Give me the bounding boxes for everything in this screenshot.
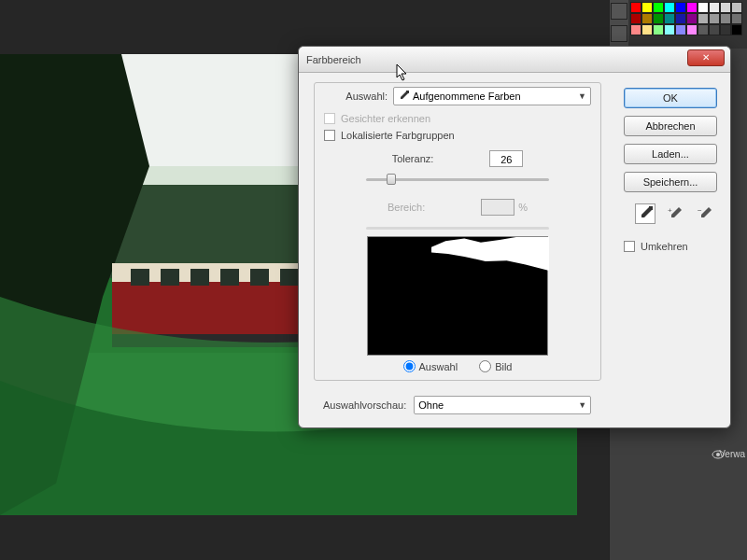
color-swatch[interactable] xyxy=(720,2,731,13)
svg-rect-21 xyxy=(406,91,409,93)
color-swatches[interactable] xyxy=(628,0,747,49)
color-swatch[interactable] xyxy=(641,13,653,24)
range-label: Bereich: xyxy=(388,202,425,213)
main-options-group: Auswahl: Aufgenommene Farben ▼ Gesichter… xyxy=(314,82,601,381)
eyedropper-tool[interactable] xyxy=(635,203,655,224)
selection-preview[interactable] xyxy=(367,236,548,356)
ok-button[interactable]: OK xyxy=(624,88,717,108)
color-swatch[interactable] xyxy=(641,24,653,35)
localized-groups-checkbox[interactable] xyxy=(324,130,335,141)
radio-selection[interactable]: Auswahl xyxy=(403,360,458,372)
range-slider xyxy=(366,221,549,234)
color-swatch[interactable] xyxy=(664,13,675,24)
color-range-dialog: Farbbereich Auswahl: Aufgenommene Farben… xyxy=(298,46,731,428)
eyedropper-subtract-tool[interactable]: − xyxy=(695,203,715,224)
color-swatch[interactable] xyxy=(698,2,709,13)
color-swatch[interactable] xyxy=(698,13,709,24)
range-input xyxy=(481,199,514,216)
color-swatch[interactable] xyxy=(698,24,709,35)
dialog-buttons: OK Abbrechen Laden... Speichern... + − U… xyxy=(624,88,717,252)
color-swatch[interactable] xyxy=(675,13,686,24)
eyedropper-icon xyxy=(398,91,409,102)
color-swatch[interactable] xyxy=(709,24,720,35)
selection-value: Aufgenommene Farben xyxy=(413,91,521,102)
preview-mode-dropdown[interactable]: Ohne ▼ xyxy=(414,396,591,414)
chevron-down-icon: ▼ xyxy=(578,400,586,410)
invert-label: Umkehren xyxy=(641,241,688,252)
svg-text:−: − xyxy=(698,206,702,215)
svg-rect-9 xyxy=(161,269,179,286)
detect-faces-checkbox xyxy=(324,113,335,124)
localized-groups-label: Lokalisierte Farbgruppen xyxy=(341,130,455,141)
color-swatch[interactable] xyxy=(653,2,664,13)
swatches-panel-icon[interactable] xyxy=(611,3,627,20)
svg-text:+: + xyxy=(668,206,672,215)
color-swatch[interactable] xyxy=(675,2,686,13)
chevron-down-icon: ▼ xyxy=(578,91,586,101)
preview-mode-value: Ohne xyxy=(418,399,444,411)
svg-rect-12 xyxy=(250,269,269,286)
color-swatch[interactable] xyxy=(653,24,664,35)
color-swatch[interactable] xyxy=(720,13,731,24)
color-swatch[interactable] xyxy=(709,2,720,13)
svg-rect-13 xyxy=(280,269,299,286)
svg-rect-11 xyxy=(220,269,239,286)
svg-rect-8 xyxy=(131,269,149,286)
eyedropper-add-tool[interactable]: + xyxy=(665,203,685,224)
styles-panel-icon[interactable] xyxy=(611,25,627,42)
tolerance-slider[interactable] xyxy=(366,173,549,186)
cancel-button[interactable]: Abbrechen xyxy=(624,116,717,136)
color-swatch[interactable] xyxy=(686,2,698,13)
layer-panel-hint: Verwa xyxy=(719,449,745,459)
color-swatch[interactable] xyxy=(675,24,686,35)
preview-mode-label: Auswahlvorschau: xyxy=(323,399,406,411)
color-swatch[interactable] xyxy=(664,2,675,13)
save-button[interactable]: Speichern... xyxy=(624,172,717,192)
color-swatch[interactable] xyxy=(731,13,742,24)
color-swatch[interactable] xyxy=(664,24,675,35)
svg-rect-10 xyxy=(190,269,209,286)
tolerance-input[interactable]: 26 xyxy=(489,150,523,167)
color-swatch[interactable] xyxy=(686,13,698,24)
svg-rect-22 xyxy=(649,206,653,210)
dialog-titlebar[interactable]: Farbbereich xyxy=(299,47,730,73)
color-swatch[interactable] xyxy=(686,24,698,35)
dialog-title: Farbbereich xyxy=(306,54,361,65)
radio-image[interactable]: Bild xyxy=(479,360,512,372)
panel-icon-column xyxy=(610,0,628,49)
color-swatch[interactable] xyxy=(630,24,641,35)
color-swatch[interactable] xyxy=(731,2,742,13)
color-swatch[interactable] xyxy=(731,24,742,35)
color-swatch[interactable] xyxy=(720,24,731,35)
color-swatch[interactable] xyxy=(641,2,653,13)
load-button[interactable]: Laden... xyxy=(624,144,717,164)
detect-faces-label: Gesichter erkennen xyxy=(341,113,430,124)
close-button[interactable] xyxy=(687,49,725,66)
range-unit: % xyxy=(518,202,528,213)
selection-dropdown[interactable]: Aufgenommene Farben ▼ xyxy=(393,87,591,105)
selection-label: Auswahl: xyxy=(345,91,388,102)
tolerance-label: Toleranz: xyxy=(392,153,434,164)
color-swatch[interactable] xyxy=(630,13,641,24)
color-swatch[interactable] xyxy=(709,13,720,24)
color-swatch[interactable] xyxy=(630,2,641,13)
color-swatch[interactable] xyxy=(653,13,664,24)
invert-checkbox[interactable] xyxy=(624,241,635,252)
